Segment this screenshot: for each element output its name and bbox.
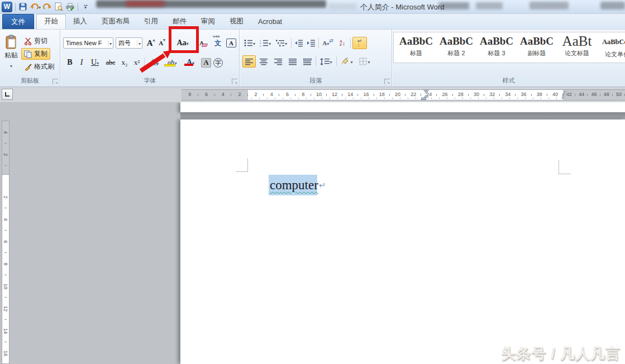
dropdown-arrow-icon [350, 57, 352, 66]
word-logo-icon[interactable]: W [2, 2, 12, 12]
horizontal-ruler[interactable]: 8642 24681012141618202224262830323436384… [182, 89, 625, 100]
tab-insert[interactable]: 插入 [66, 14, 94, 29]
document-workspace: 头条号 / 凡人凡言 42 246810121416 computer ↵ [0, 102, 625, 364]
align-center-button[interactable] [257, 58, 270, 66]
ruler-number: 4 [2, 121, 9, 143]
multilevel-list-icon [276, 39, 285, 47]
print-preview-icon[interactable] [54, 2, 63, 12]
document-text[interactable]: computer [270, 178, 318, 193]
bold-button[interactable]: B [64, 58, 75, 68]
hanging-indent-marker[interactable] [423, 92, 429, 98]
save-icon[interactable] [18, 2, 27, 12]
align-right-button[interactable] [271, 58, 285, 66]
underline-button[interactable]: U [88, 58, 102, 68]
clipboard-dialog-launcher-icon[interactable] [53, 79, 58, 84]
paragraph-dialog-launcher-icon[interactable] [384, 79, 390, 84]
undo-icon[interactable] [30, 2, 41, 12]
style-card[interactable]: AaBbC标题 2 [436, 33, 476, 63]
quick-access-toolbar: W [2, 1, 90, 12]
copy-icon [24, 50, 32, 58]
tab-references[interactable]: 引用 [137, 14, 165, 29]
sort-button[interactable] [336, 39, 349, 47]
ruler-number: 14 [342, 90, 358, 100]
format-painter-button[interactable]: 格式刷 [21, 61, 57, 73]
ruler-number: 46 [588, 90, 600, 100]
left-tab-icon [5, 92, 9, 97]
ribbon: 粘贴 剪切 复制 格式刷 剪贴板 Times New F 四号 [0, 29, 625, 87]
ruler-number: 6 [2, 231, 9, 253]
font-dialog-launcher-icon[interactable] [232, 79, 237, 84]
style-preview: AaBbC [396, 33, 436, 49]
ruler-text-area: 246810121416182022242628303234363840 [248, 90, 563, 100]
style-name: 论文单位 [597, 50, 625, 59]
style-card[interactable]: AaBbC副标题 [517, 33, 557, 63]
line-spacing-button[interactable] [318, 56, 335, 66]
multilevel-list-button[interactable] [274, 38, 289, 48]
phonetic-pinyin-label: wén [213, 34, 223, 39]
borders-button[interactable] [356, 56, 373, 66]
scissors-icon [24, 37, 32, 45]
cut-button[interactable]: 剪切 [21, 35, 50, 47]
vertical-ruler[interactable]: 42 246810121416 [2, 121, 9, 364]
style-card[interactable]: AaBbCcD论文单位 [597, 33, 625, 63]
tab-view[interactable]: 视图 [222, 14, 251, 29]
show-hide-marks-button[interactable] [352, 37, 367, 49]
style-name: 标题 3 [476, 49, 517, 58]
bullets-button[interactable] [242, 38, 257, 48]
enclose-characters-button[interactable]: 字 [213, 58, 223, 68]
window-title: 个人简介 - Microsoft Word [313, 2, 492, 12]
shading-button[interactable] [338, 56, 355, 66]
ruler-number: 40 [547, 90, 563, 100]
style-preview: AaBbC [476, 33, 517, 49]
numbering-button[interactable]: 123 [258, 38, 273, 48]
selected-text-block[interactable]: computer ↵ [269, 175, 317, 195]
subscript-button[interactable]: x₂ [119, 58, 130, 68]
style-card[interactable]: AaBbC标题 [396, 33, 436, 63]
tab-file[interactable]: 文件 [2, 14, 34, 29]
font-size-value: 四号 [118, 39, 131, 47]
character-border-button[interactable]: A [226, 39, 236, 47]
tab-page-layout[interactable]: 页面布局 [94, 14, 137, 29]
asian-layout-button[interactable] [321, 38, 335, 48]
ruler-number: 22 [405, 90, 421, 100]
clear-formatting-button[interactable]: A [197, 39, 209, 47]
ruler-number: 10 [311, 90, 327, 100]
italic-button[interactable]: I [77, 58, 87, 68]
paragraph-mark: ↵ [319, 180, 326, 190]
line-spacing-icon [320, 58, 330, 65]
phonetic-guide-button[interactable]: wén文 [212, 38, 223, 49]
style-name: 标题 2 [436, 49, 476, 58]
format-painter-label: 格式刷 [34, 62, 54, 71]
document-page[interactable]: 头条号 / 凡人凡言 [180, 119, 625, 364]
style-card[interactable]: AaBt论文标题 [557, 33, 597, 63]
tab-acrobat[interactable]: Acrobat [251, 14, 289, 29]
redo-icon[interactable] [43, 2, 52, 12]
left-indent-marker[interactable] [421, 98, 426, 100]
strikethrough-button[interactable]: abc [103, 58, 118, 68]
ribbon-tab-bar: 文件 开始插入页面布局引用邮件审阅视图Acrobat [0, 14, 625, 29]
dropdown-arrow-icon [97, 58, 99, 67]
align-left-button[interactable] [242, 55, 256, 68]
copy-button[interactable]: 复制 [21, 48, 50, 60]
character-shading-button[interactable]: A [201, 58, 211, 68]
text-boundary-corner-left [236, 158, 248, 172]
svg-text:3: 3 [260, 45, 261, 47]
style-preview: AaBbC [436, 33, 476, 49]
font-color-button[interactable]: A [182, 58, 199, 68]
increase-indent-button[interactable] [306, 39, 317, 47]
paste-button[interactable]: 粘贴 [2, 34, 21, 75]
quick-print-icon[interactable] [65, 2, 75, 12]
customize-qat-icon[interactable] [81, 2, 90, 12]
ruler-number: 4 [2, 208, 9, 231]
style-card[interactable]: AaBbC标题 3 [476, 33, 517, 63]
tab-home[interactable]: 开始 [36, 14, 66, 29]
distribute-button[interactable] [300, 58, 314, 66]
dropdown-arrow-icon [108, 40, 113, 46]
style-preview: AaBbCcD [597, 33, 625, 50]
justify-button[interactable] [286, 58, 299, 66]
ruler-number: 20 [390, 90, 405, 100]
font-name-combo[interactable]: Times New F [63, 37, 113, 49]
tab-stop-selector[interactable] [2, 89, 13, 100]
ruler-number: 30 [469, 90, 484, 100]
decrease-indent-button[interactable] [293, 39, 304, 47]
